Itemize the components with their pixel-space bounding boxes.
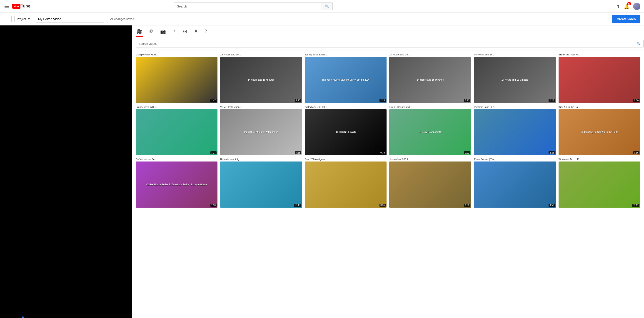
video-duration-5: 0:30 bbox=[633, 99, 640, 102]
video-thumb-img-6: 3:17 bbox=[136, 109, 218, 155]
video-thumb-title-15: Journalism 208 A... bbox=[389, 158, 471, 161]
video-duration-9: 2:22 bbox=[464, 151, 470, 154]
video-duration-2: 2:28 bbox=[380, 99, 386, 102]
video-duration-7: 4:18 bbox=[295, 151, 301, 154]
search-button[interactable]: 🔍 bbox=[321, 2, 333, 10]
video-duration-15: 1:00 bbox=[464, 204, 470, 207]
project-dropdown[interactable]: Project ▼ bbox=[14, 16, 33, 22]
video-thumb-2[interactable]: Spring 2016 Event...The Joe Crowley Stud… bbox=[305, 53, 386, 103]
hamburger-menu[interactable] bbox=[4, 4, 10, 9]
tab-transition[interactable]: ⏭ bbox=[182, 25, 188, 37]
video-thumb-5[interactable]: Break the Internet...0:30 bbox=[558, 53, 640, 103]
video-thumb-1[interactable]: 14 Hours and 15 ...14 Hours and 15 Minut… bbox=[220, 53, 302, 103]
video-thumb-10[interactable]: Pyramid Lake | Fe...2:25 bbox=[474, 106, 556, 155]
video-thumb-11[interactable]: Kick Alz in the Bal...is donating to Kic… bbox=[558, 106, 640, 155]
video-thumb-4[interactable]: 14 Hours and 15 ...14 Hours and 15 Minut… bbox=[474, 53, 556, 103]
video-thumb-8[interactable]: edited edu 495 69...10 FILMS 11 DAYS0:39 bbox=[305, 106, 386, 155]
video-thumb-title-7: VEMS Instruction... bbox=[220, 106, 302, 108]
video-thumb-title-16: Reno Sunset | Tim... bbox=[474, 158, 556, 161]
video-thumb-title-1: 14 Hours and 15 ... bbox=[220, 53, 302, 56]
video-thumb-14[interactable]: Jour 208 Assignm...3:35 bbox=[305, 158, 386, 208]
search-input[interactable] bbox=[174, 2, 321, 10]
video-thumb-img-13: 10:43 bbox=[220, 162, 302, 208]
video-thumb-img-12: Coffee House Series ft. Jonathan Rolling… bbox=[136, 162, 218, 208]
video-thumb-9[interactable]: Out of County and...Kelsey Ravenscraft2:… bbox=[389, 106, 471, 155]
logo-text: Tube bbox=[21, 4, 30, 9]
video-thumb-title-17: Whatever Tech | P... bbox=[558, 158, 640, 161]
cursor-head bbox=[22, 317, 24, 318]
video-thumb-title-12: Coffee House Seri... bbox=[136, 158, 218, 161]
video-duration-16: 0:53 bbox=[548, 204, 555, 207]
video-thumb-7[interactable]: VEMS Instruction...Input the Estimated A… bbox=[220, 106, 302, 155]
nav-right: ⬆ 🔔 83 bbox=[616, 3, 640, 10]
upload-button[interactable]: ⬆ bbox=[616, 4, 620, 9]
video-thumb-img-3: 14 Hours and 15 Minutes2:23 bbox=[389, 57, 471, 103]
notification-badge: 83 bbox=[627, 2, 631, 5]
tab-captions[interactable]: © bbox=[148, 25, 154, 37]
video-thumb-0[interactable]: Google Pixel XL R...2:47 bbox=[136, 53, 218, 103]
video-thumb-title-14: Jour 208 Assignm... bbox=[305, 158, 386, 161]
video-thumb-img-5: 0:30 bbox=[558, 57, 640, 103]
tab-photo[interactable]: 📷 bbox=[159, 25, 167, 37]
video-duration-11: 0:35 bbox=[633, 151, 640, 154]
tab-help[interactable]: ? bbox=[204, 25, 208, 37]
video-thumb-title-0: Google Pixel XL R... bbox=[136, 53, 218, 56]
video-duration-4: 2:23 bbox=[548, 99, 555, 102]
video-duration-3: 2:23 bbox=[464, 99, 470, 102]
right-panel: 🎥 © 📷 ♪ ⏭ A ? 🔍 Google Pixel XL R...2:47… bbox=[132, 25, 644, 318]
tab-text[interactable]: A bbox=[194, 25, 198, 37]
youtube-logo[interactable]: You Tube bbox=[12, 4, 30, 9]
dropdown-arrow-icon: ▼ bbox=[28, 17, 30, 21]
video-thumb-img-0: 2:47 bbox=[136, 57, 218, 103]
video-duration-8: 0:39 bbox=[380, 151, 386, 154]
tab-bar: 🎥 © 📷 ♪ ⏭ A ? bbox=[132, 25, 644, 37]
video-thumb-img-16: 0:53 bbox=[474, 162, 556, 208]
create-video-button[interactable]: Create video bbox=[612, 15, 640, 23]
avatar[interactable] bbox=[633, 3, 640, 10]
tab-video[interactable]: 🎥 bbox=[136, 25, 143, 37]
notification-bell[interactable]: 🔔 83 bbox=[624, 4, 630, 9]
video-thumb-3[interactable]: 14 Hours and 15 ...14 Hours and 15 Minut… bbox=[389, 53, 471, 103]
video-thumb-img-1: 14 Hours and 15 Minutes2:23 bbox=[220, 57, 302, 103]
video-thumb-img-11: is donating to Kick Alz in the Ballz0:35 bbox=[558, 109, 640, 155]
video-search-input[interactable] bbox=[136, 40, 644, 47]
video-duration-12: 1:50 bbox=[210, 204, 216, 207]
video-thumb-img-4: 14 Hours and 15 Minutes2:23 bbox=[474, 57, 556, 103]
video-duration-0: 2:47 bbox=[210, 99, 216, 102]
video-duration-1: 2:23 bbox=[295, 99, 301, 102]
video-thumb-6[interactable]: Brent Judy | WCS...3:17 bbox=[136, 106, 218, 155]
video-thumb-title-4: 14 Hours and 15 ... bbox=[474, 53, 556, 56]
video-thumb-title-11: Kick Alz in the Bal... bbox=[558, 106, 640, 108]
video-thumb-title-3: 14 Hours and 15 ... bbox=[389, 53, 471, 56]
video-thumb-img-2: The Joe Crowley Student Union Spring 201… bbox=[305, 57, 386, 103]
video-thumb-15[interactable]: Journalism 208 A...1:00 bbox=[389, 158, 471, 208]
video-duration-13: 10:43 bbox=[294, 204, 301, 207]
video-preview bbox=[0, 25, 132, 318]
video-duration-14: 3:35 bbox=[380, 204, 386, 207]
video-thumb-12[interactable]: Coffee House Seri...Coffee House Series … bbox=[136, 158, 218, 208]
back-button[interactable]: ← bbox=[4, 16, 12, 22]
video-duration-6: 3:17 bbox=[210, 151, 216, 154]
video-thumb-img-15: 1:00 bbox=[389, 162, 471, 208]
top-nav: You Tube 🔍 ⬆ 🔔 83 bbox=[0, 0, 644, 13]
video-thumb-13[interactable]: Robert cannot fig...10:43 bbox=[220, 158, 302, 208]
search-bar: 🔍 bbox=[174, 2, 333, 10]
video-grid: Google Pixel XL R...2:4714 Hours and 15 … bbox=[132, 50, 644, 318]
video-thumb-title-8: edited edu 495 69... bbox=[305, 106, 386, 108]
editor-main: 🎥 © 📷 ♪ ⏭ A ? 🔍 Google Pixel XL R...2:47… bbox=[0, 25, 644, 318]
project-name-input[interactable] bbox=[36, 16, 104, 22]
video-thumb-title-2: Spring 2016 Event... bbox=[305, 53, 386, 56]
video-thumb-img-7: Input the Estimated Attendance4:18 bbox=[220, 109, 302, 155]
video-search-bar: 🔍 bbox=[132, 37, 644, 50]
video-thumb-title-5: Break the Internet... bbox=[558, 53, 640, 56]
video-duration-10: 2:25 bbox=[548, 151, 555, 154]
video-thumb-img-8: 10 FILMS 11 DAYS0:39 bbox=[305, 109, 386, 155]
video-duration-17: 35:11 bbox=[632, 204, 640, 207]
video-thumb-img-14: 3:35 bbox=[305, 162, 386, 208]
tab-music[interactable]: ♪ bbox=[172, 25, 176, 37]
video-thumb-img-9: Kelsey Ravenscraft2:22 bbox=[389, 109, 471, 155]
video-thumb-17[interactable]: Whatever Tech | P...35:11 bbox=[558, 158, 640, 208]
video-thumb-title-6: Brent Judy | WCS... bbox=[136, 106, 218, 108]
video-thumb-16[interactable]: Reno Sunset | Tim...0:53 bbox=[474, 158, 556, 208]
video-thumb-img-10: 2:25 bbox=[474, 109, 556, 155]
